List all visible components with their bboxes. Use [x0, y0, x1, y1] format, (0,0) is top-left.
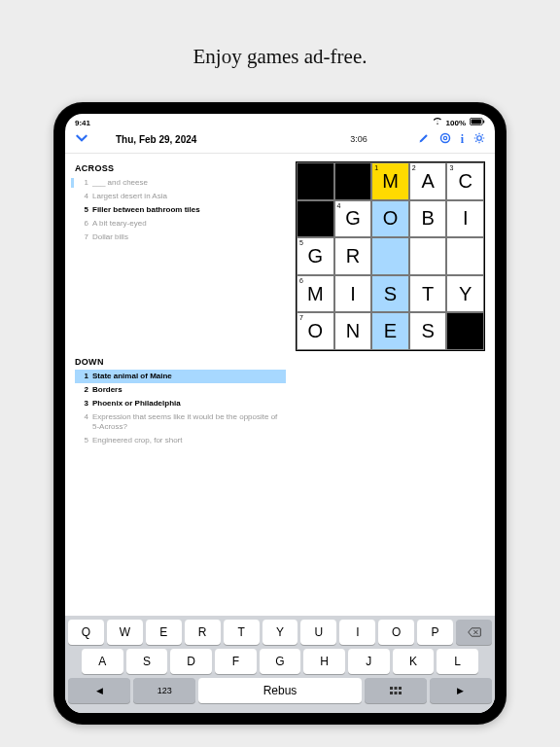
cell[interactable]: 1M	[371, 162, 409, 200]
svg-point-3	[440, 134, 449, 143]
key-w[interactable]: W	[107, 620, 143, 645]
key-▶[interactable]: ▶	[430, 678, 492, 703]
cell-black	[446, 312, 484, 350]
grid-wrap: 1M2A3C4GOBI5GR6MISTY7ONES	[296, 161, 485, 616]
key-f[interactable]: F	[215, 649, 257, 674]
key-i[interactable]: I	[339, 620, 375, 645]
svg-rect-15	[394, 687, 397, 690]
key-k[interactable]: K	[393, 649, 435, 674]
clue-text: Phoenix or Philadelphia	[92, 399, 284, 409]
pencil-icon[interactable]	[418, 132, 430, 146]
key-rebus[interactable]: Rebus	[198, 678, 361, 703]
cell[interactable]: 7O	[297, 312, 334, 350]
cell[interactable]: Y	[446, 275, 484, 313]
content-area: ACROSS 1___ and cheese4Largest desert in…	[65, 154, 495, 616]
svg-line-12	[475, 141, 476, 142]
toolbar: Thu, Feb 29, 2024 3:06 i	[65, 129, 495, 154]
key-a[interactable]: A	[82, 649, 123, 674]
clue-number: 7	[75, 232, 88, 242]
key-l[interactable]: L	[437, 649, 478, 674]
backspace-key[interactable]	[456, 620, 492, 645]
clue-text: Expression that seems like it would be t…	[92, 412, 284, 432]
clue-item[interactable]: 1___ and cheese	[75, 176, 286, 190]
cell[interactable]: N	[334, 312, 372, 350]
key-e[interactable]: E	[146, 620, 182, 645]
clue-item[interactable]: 4Largest desert in Asia	[75, 190, 286, 203]
key-p[interactable]: P	[417, 620, 453, 645]
cell[interactable]	[409, 237, 447, 275]
cell-letter: S	[421, 320, 434, 342]
down-heading: DOWN	[75, 357, 286, 367]
cell[interactable]: T	[409, 275, 447, 313]
clue-number: 5	[75, 436, 88, 445]
gear-icon[interactable]	[473, 132, 485, 146]
status-bar: 9:41 100%	[65, 114, 495, 129]
more-key[interactable]	[365, 678, 427, 703]
status-time: 9:41	[75, 119, 90, 127]
key-s[interactable]: S	[126, 649, 168, 674]
clue-text: Dollar bills	[92, 232, 284, 242]
cell[interactable]: R	[334, 237, 372, 275]
svg-rect-18	[394, 692, 397, 694]
cell[interactable]: I	[334, 275, 372, 313]
clue-item[interactable]: 7Dollar bills	[75, 231, 286, 244]
clue-text: Borders	[92, 385, 284, 395]
cell-black	[334, 162, 372, 200]
key-t[interactable]: T	[224, 620, 260, 645]
cell[interactable]: E	[371, 312, 409, 350]
info-icon[interactable]: i	[461, 132, 464, 147]
down-clue-list: 1State animal of Maine2Borders3Phoenix o…	[75, 370, 286, 447]
key-q[interactable]: Q	[68, 620, 104, 645]
cell[interactable]: 2A	[409, 162, 447, 200]
clue-item[interactable]: 4Expression that seems like it would be …	[75, 410, 286, 434]
puzzle-timer[interactable]: 3:06	[350, 134, 368, 144]
key-g[interactable]: G	[260, 649, 301, 674]
cell-number: 7	[299, 314, 303, 321]
svg-rect-17	[390, 692, 393, 694]
clue-item[interactable]: 6A bit teary-eyed	[75, 217, 286, 231]
cell[interactable]: 4G	[334, 200, 372, 238]
key-y[interactable]: Y	[262, 620, 298, 645]
cell[interactable]: S	[371, 275, 409, 313]
keyboard-row-3: ◀123Rebus▶	[68, 678, 492, 703]
cell[interactable]: B	[409, 200, 447, 238]
cell[interactable]: 6M	[297, 275, 334, 313]
clue-item[interactable]: 1State animal of Maine	[75, 370, 286, 383]
cell-letter: N	[346, 320, 360, 342]
key-d[interactable]: D	[170, 649, 212, 674]
clues-panel: ACROSS 1___ and cheese4Largest desert in…	[75, 161, 286, 616]
cell[interactable]	[371, 237, 409, 275]
keyboard-row-2: ASDFGHJKL	[68, 649, 492, 674]
key-u[interactable]: U	[300, 620, 336, 645]
crossword-grid[interactable]: 1M2A3C4GOBI5GR6MISTY7ONES	[296, 161, 485, 351]
headline: Enjoy games ad-free.	[192, 45, 367, 69]
clue-item[interactable]: 2Borders	[75, 383, 286, 397]
key-h[interactable]: H	[303, 649, 345, 674]
cell-letter: G	[308, 245, 324, 267]
cell[interactable]: 3C	[446, 162, 484, 200]
svg-line-13	[482, 134, 483, 135]
svg-rect-16	[399, 687, 402, 690]
screen: 9:41 100% Thu, Feb 29, 2024 3:06	[65, 114, 495, 713]
svg-rect-1	[472, 120, 481, 124]
key-o[interactable]: O	[378, 620, 414, 645]
clue-number: 4	[75, 192, 88, 201]
cell-letter: B	[421, 207, 434, 230]
cell-letter: R	[346, 245, 360, 267]
key-◀[interactable]: ◀	[68, 678, 130, 703]
clue-item[interactable]: 5Engineered crop, for short	[75, 434, 286, 447]
key-123[interactable]: 123	[133, 678, 195, 703]
cell[interactable]: O	[371, 200, 409, 238]
key-j[interactable]: J	[348, 649, 390, 674]
cell-number: 3	[449, 164, 453, 171]
cell[interactable]: I	[446, 200, 484, 238]
key-r[interactable]: R	[185, 620, 221, 645]
cell[interactable]: 5G	[297, 237, 334, 275]
clue-item[interactable]: 5Filler between bathroom tiles	[75, 203, 286, 217]
across-heading: ACROSS	[75, 163, 286, 173]
lifesaver-icon[interactable]	[439, 132, 451, 146]
cell[interactable]: S	[409, 312, 447, 350]
back-chevron-icon[interactable]	[75, 131, 88, 147]
cell[interactable]	[446, 237, 484, 275]
clue-item[interactable]: 3Phoenix or Philadelphia	[75, 397, 286, 410]
